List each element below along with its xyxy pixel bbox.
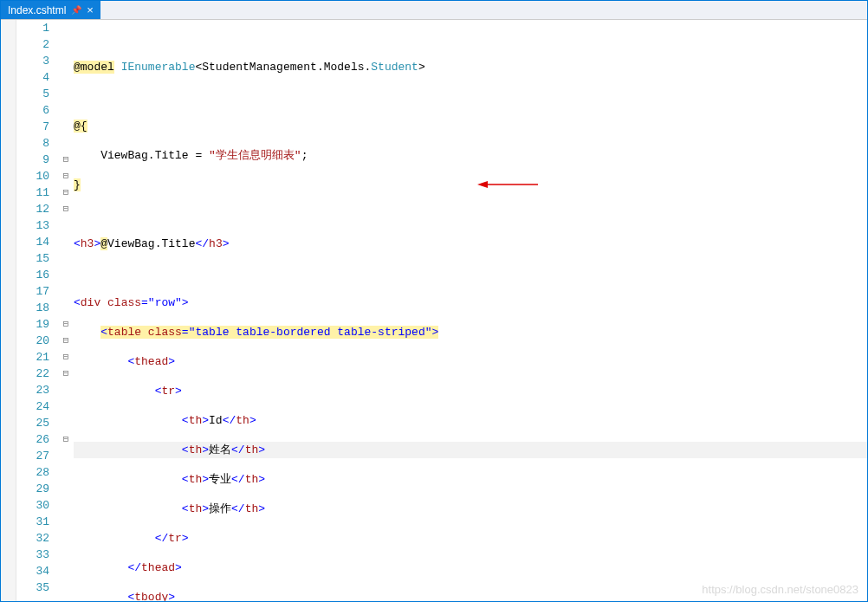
- line-number: 4: [16, 69, 49, 86]
- file-tab-index-cshtml[interactable]: Index.cshtml 📌 ×: [1, 1, 100, 19]
- line-number: 33: [16, 547, 49, 563]
- code-line: <th>Id</th>: [74, 412, 867, 429]
- line-number: 24: [16, 398, 49, 415]
- line-number: 12: [16, 201, 49, 217]
- fold-toggle[interactable]: ⊟: [58, 152, 74, 168]
- line-number: 6: [16, 102, 49, 119]
- code-line: [74, 88, 867, 105]
- fold-gutter: ⊟ ⊟ ⊟ ⊟ ⊟ ⊟ ⊟ ⊟ ⊟: [58, 20, 74, 601]
- line-number: 8: [16, 135, 49, 152]
- line-number: 1: [16, 20, 49, 36]
- fold-toggle[interactable]: ⊟: [58, 201, 74, 217]
- line-number-gutter: 1 2 3 4 5 6 7 8 9 10 11 12 13 14 15 16 1…: [16, 20, 58, 601]
- pin-icon[interactable]: 📌: [71, 5, 81, 15]
- code-editor[interactable]: 1 2 3 4 5 6 7 8 9 10 11 12 13 14 15 16 1…: [1, 20, 867, 601]
- code-line: @{: [74, 118, 867, 134]
- tab-bar: Index.cshtml 📌 ×: [1, 1, 867, 20]
- code-line: [74, 206, 867, 223]
- fold-toggle[interactable]: ⊟: [58, 316, 74, 333]
- line-number: 20: [16, 333, 49, 349]
- fold-toggle[interactable]: ⊟: [58, 184, 74, 201]
- code-line: </thead>: [74, 560, 867, 576]
- line-number: 29: [16, 481, 49, 497]
- line-number: 10: [16, 168, 49, 184]
- code-line: <th>姓名</th>: [74, 442, 867, 458]
- line-number: 21: [16, 349, 49, 366]
- code-line: <tr>: [74, 383, 867, 399]
- fold-toggle[interactable]: ⊟: [58, 349, 74, 366]
- line-number: 30: [16, 497, 49, 514]
- line-number: 25: [16, 415, 49, 431]
- code-line: <div class="row">: [74, 295, 867, 311]
- line-number: 19: [16, 316, 49, 333]
- code-area[interactable]: @model IEnumerable<StudentManagement.Mod…: [74, 20, 867, 601]
- fold-toggle[interactable]: ⊟: [58, 366, 74, 382]
- code-line: }: [74, 177, 867, 193]
- line-number: 26: [16, 431, 49, 448]
- line-number: 18: [16, 300, 49, 316]
- code-line: <th>专业</th>: [74, 471, 867, 488]
- code-line: </tr>: [74, 530, 867, 547]
- fold-toggle[interactable]: ⊟: [58, 333, 74, 349]
- line-number: 35: [16, 579, 49, 596]
- line-number: 27: [16, 448, 49, 464]
- indicator-margin: [1, 20, 16, 601]
- line-number: 9: [16, 152, 49, 168]
- line-number: 11: [16, 184, 49, 201]
- line-number: 14: [16, 234, 49, 250]
- line-number: 34: [16, 563, 49, 579]
- code-line: ViewBag.Title = "学生信息明细表";: [74, 147, 867, 164]
- line-number: 17: [16, 283, 49, 300]
- code-line: <tbody>: [74, 589, 867, 602]
- line-number: 23: [16, 382, 49, 398]
- fold-toggle[interactable]: ⊟: [58, 168, 74, 184]
- line-number: 28: [16, 464, 49, 481]
- code-line: [74, 265, 867, 282]
- line-number: 5: [16, 86, 49, 102]
- line-number: 22: [16, 366, 49, 382]
- code-line: <h3>@ViewBag.Title</h3>: [74, 236, 867, 252]
- line-number: 31: [16, 514, 49, 530]
- code-line: <th>操作</th>: [74, 501, 867, 517]
- line-number: 13: [16, 217, 49, 234]
- close-icon[interactable]: ×: [87, 3, 94, 16]
- line-number: 15: [16, 250, 49, 267]
- tab-label: Index.cshtml: [8, 4, 66, 16]
- fold-toggle[interactable]: ⊟: [58, 431, 74, 448]
- line-number: 7: [16, 119, 49, 135]
- line-number: 16: [16, 267, 49, 283]
- line-number: 3: [16, 53, 49, 69]
- code-line: @model IEnumerable<StudentManagement.Mod…: [74, 59, 867, 75]
- line-number: 2: [16, 36, 49, 53]
- code-line: <thead>: [74, 353, 867, 370]
- line-number: 32: [16, 530, 49, 547]
- code-line: <table class="table table-bordered table…: [74, 324, 867, 340]
